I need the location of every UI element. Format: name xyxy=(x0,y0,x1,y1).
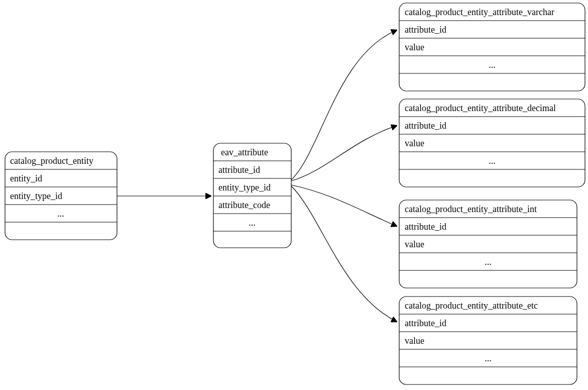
node-row: entity_id xyxy=(10,173,42,183)
edge-eav-to-decimal xyxy=(291,126,397,181)
node-attribute-etc: catalog_product_entity_attribute_etc att… xyxy=(399,297,577,384)
node-eav-attribute: eav_attribute attribute_id entity_type_i… xyxy=(213,143,291,248)
node-title: catalog_product_entity xyxy=(10,156,93,166)
node-attribute-decimal: catalog_product_entity_attribute_decimal… xyxy=(399,99,585,187)
diagram-canvas: catalog_product_entity entity_id entity_… xyxy=(0,0,588,390)
node-title: catalog_product_entity_attribute_varchar xyxy=(405,7,554,17)
node-title: eav_attribute xyxy=(221,147,268,157)
node-catalog-product-entity: catalog_product_entity entity_id entity_… xyxy=(5,152,117,240)
node-attribute-varchar: catalog_product_entity_attribute_varchar… xyxy=(399,3,585,91)
node-title: catalog_product_entity_attribute_decimal xyxy=(405,103,556,113)
node-row: ... xyxy=(57,209,64,219)
node-title: catalog_product_entity_attribute_etc xyxy=(405,301,538,311)
node-row: entity_type_id xyxy=(218,182,271,192)
svg-rect-5 xyxy=(213,143,291,248)
node-row: value xyxy=(405,42,424,52)
node-row: attribute_code xyxy=(218,200,270,210)
node-row: attribute_id xyxy=(405,318,446,328)
edge-eav-to-int xyxy=(291,185,397,226)
node-row: ... xyxy=(485,257,492,267)
node-row: entity_type_id xyxy=(10,191,62,201)
node-row: ... xyxy=(485,353,492,363)
node-row: ... xyxy=(489,156,496,166)
node-row: attribute_id xyxy=(405,121,446,131)
node-row: value xyxy=(405,138,424,148)
node-row: ... xyxy=(489,60,496,70)
node-row: attribute_id xyxy=(405,25,446,35)
node-attribute-int: catalog_product_entity_attribute_int att… xyxy=(399,200,577,288)
node-row: attribute_id xyxy=(218,165,260,175)
node-row: value xyxy=(405,239,424,249)
node-row: ... xyxy=(249,218,256,228)
edge-eav-to-varchar xyxy=(291,30,397,180)
edge-eav-to-etc xyxy=(291,186,397,322)
node-title: catalog_product_entity_attribute_int xyxy=(405,204,537,214)
node-row: attribute_id xyxy=(405,222,446,232)
node-row: value xyxy=(405,336,424,346)
